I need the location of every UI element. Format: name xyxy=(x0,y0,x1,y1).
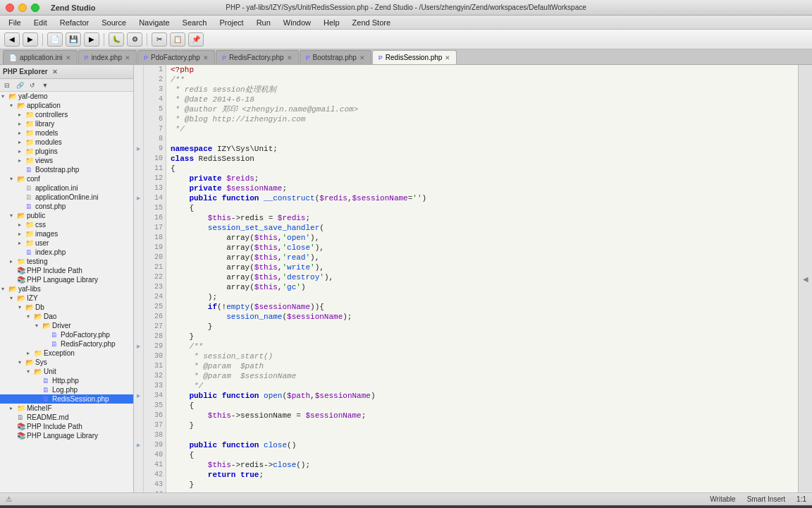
code-line-41[interactable]: $this->redis->close(); xyxy=(166,460,798,470)
tree-item-6[interactable]: ▸📁 plugins xyxy=(0,147,133,156)
tree-item-15[interactable]: ▸📁 images xyxy=(0,229,133,238)
tree-item-3[interactable]: ▸📁 library xyxy=(0,119,133,128)
tab-application-ini[interactable]: 📄 application.ini ✕ xyxy=(3,50,78,64)
code-line-38[interactable] xyxy=(166,430,798,440)
menu-dropdown[interactable]: ▼ xyxy=(39,80,51,90)
toolbar-bug[interactable]: ⚙ xyxy=(127,32,142,47)
tree-item-7[interactable]: ▸📁 views xyxy=(0,156,133,165)
code-line-44[interactable] xyxy=(166,490,798,492)
code-line-7[interactable]: */ xyxy=(166,124,798,134)
tree-item-26[interactable]: 🗎 PdoFactory.php xyxy=(0,330,133,339)
tree-item-4[interactable]: ▸📁 models xyxy=(0,128,133,138)
tree-item-0[interactable]: ▾📂 yaf-demo xyxy=(0,92,133,101)
tree-item-11[interactable]: 🗎 applicationOnline.ini xyxy=(0,193,133,202)
code-line-14[interactable]: public function __construct($redis,$sess… xyxy=(166,193,798,203)
tree-item-12[interactable]: 🗎 const.php xyxy=(0,202,133,211)
menu-project[interactable]: Project xyxy=(214,18,249,28)
tree-item-24[interactable]: ▾📂 Dao xyxy=(0,312,133,321)
toolbar-new[interactable]: 📄 xyxy=(47,32,63,47)
code-line-29[interactable]: /** xyxy=(166,341,798,351)
code-line-43[interactable]: } xyxy=(166,480,798,490)
tree-item-23[interactable]: ▾📂 Db xyxy=(0,303,133,312)
toolbar-paste[interactable]: 📌 xyxy=(188,32,204,47)
code-line-19[interactable]: array($this,'close'), xyxy=(166,243,798,253)
tree-item-16[interactable]: ▸📁 user xyxy=(0,238,133,248)
tree-item-35[interactable]: 🗎 README.md xyxy=(0,413,133,422)
menu-window[interactable]: Window xyxy=(278,18,316,28)
tree-item-19[interactable]: 📚 PHP Include Path xyxy=(0,266,133,275)
maximize-button[interactable] xyxy=(31,4,39,12)
code-line-36[interactable]: $this->sessionName = $sessionName; xyxy=(166,411,798,421)
code-line-3[interactable]: * redis session处理机制 xyxy=(166,85,798,95)
tree-item-37[interactable]: 📚 PHP Language Library xyxy=(0,431,133,440)
tree-item-8[interactable]: 🗎 Bootstrap.php xyxy=(0,165,133,174)
menu-edit[interactable]: Edit xyxy=(28,18,53,28)
code-line-22[interactable]: array($this,'destroy'), xyxy=(166,272,798,282)
right-panel-toggle[interactable]: ◀ xyxy=(798,65,812,492)
tree-item-5[interactable]: ▸📁 modules xyxy=(0,138,133,147)
toolbar-debug[interactable]: 🐛 xyxy=(109,32,124,47)
code-line-23[interactable]: array($this,'gc') xyxy=(166,282,798,292)
tree-item-30[interactable]: ▾📂 Unit xyxy=(0,367,133,376)
menu-navigate[interactable]: Navigate xyxy=(133,18,175,28)
code-line-20[interactable]: array($this,'read'), xyxy=(166,253,798,262)
tab-close-bootstrap[interactable]: ✕ xyxy=(359,54,365,61)
tree-item-32[interactable]: 🗎 Log.php xyxy=(0,385,133,394)
tree-item-10[interactable]: 🗎 application.ini xyxy=(0,183,133,193)
tree-item-21[interactable]: ▾📂 yaf-libs xyxy=(0,284,133,294)
code-line-2[interactable]: /** xyxy=(166,75,798,85)
tab-close-redis-session[interactable]: ✕ xyxy=(445,54,450,61)
close-button[interactable] xyxy=(6,4,14,12)
menu-zend-store[interactable]: Zend Store xyxy=(347,18,396,28)
tab-close-pdo[interactable]: ✕ xyxy=(203,54,209,61)
code-line-4[interactable]: * @date 2014-6-18 xyxy=(166,95,798,104)
code-line-21[interactable]: array($this,'write'), xyxy=(166,262,798,272)
tab-redis-factory[interactable]: P RedisFactory.php ✕ xyxy=(216,50,299,64)
toolbar-run[interactable]: ▶ xyxy=(84,32,99,47)
code-line-10[interactable]: class RedisSession xyxy=(166,154,798,164)
code-line-8[interactable] xyxy=(166,134,798,144)
code-line-6[interactable]: * @blog http://izhengyin.com xyxy=(166,114,798,124)
tree-item-9[interactable]: ▾📂 conf xyxy=(0,174,133,183)
code-line-39[interactable]: public function close() xyxy=(166,440,798,450)
code-line-28[interactable]: } xyxy=(166,332,798,341)
tree-item-2[interactable]: ▸📁 controllers xyxy=(0,110,133,119)
tree-item-14[interactable]: ▸📁 css xyxy=(0,220,133,229)
code-line-33[interactable]: */ xyxy=(166,381,798,391)
link-editor[interactable]: 🔗 xyxy=(14,80,25,90)
code-content[interactable]: <?php/** * redis session处理机制 * @date 201… xyxy=(166,65,798,492)
menu-file[interactable]: File xyxy=(3,18,27,28)
toolbar-back[interactable]: ◀ xyxy=(4,32,20,47)
tree-item-13[interactable]: ▾📂 public xyxy=(0,211,133,220)
code-line-27[interactable]: } xyxy=(166,322,798,332)
code-line-37[interactable]: } xyxy=(166,421,798,430)
tree-item-33[interactable]: 🗎 RedisSession.php xyxy=(0,394,133,404)
toolbar-cut[interactable]: ✂ xyxy=(152,32,167,47)
code-line-15[interactable]: { xyxy=(166,203,798,213)
menu-run[interactable]: Run xyxy=(251,18,276,28)
code-line-18[interactable]: array($this,'open'), xyxy=(166,233,798,243)
code-line-11[interactable]: { xyxy=(166,164,798,174)
tab-bootstrap[interactable]: P Bootstrap.php ✕ xyxy=(300,50,371,64)
tree-item-34[interactable]: ▸📁 MicheIF xyxy=(0,404,133,413)
code-line-5[interactable]: * @author 郑印 <zhengyin.name@gmail.com> xyxy=(166,104,798,114)
code-line-9[interactable]: namespace IZY\Sys\Unit; xyxy=(166,144,798,154)
code-scroll[interactable]: ▶▶▶▶▶ 1234567891011121314151617181920212… xyxy=(134,65,798,492)
collapse-all[interactable]: ⊟ xyxy=(1,80,13,90)
menu-source[interactable]: Source xyxy=(96,18,132,28)
tree-item-29[interactable]: ▾📂 Sys xyxy=(0,358,133,367)
tab-close-ini[interactable]: ✕ xyxy=(66,54,71,61)
code-line-24[interactable]: ); xyxy=(166,292,798,302)
code-line-32[interactable]: * @param $sessionName xyxy=(166,371,798,381)
code-line-1[interactable]: <?php xyxy=(166,65,798,75)
code-line-13[interactable]: private $sessionName; xyxy=(166,183,798,193)
toolbar-forward[interactable]: ▶ xyxy=(23,32,38,47)
tree-item-27[interactable]: 🗎 RedisFactory.php xyxy=(0,339,133,349)
editor-area[interactable]: ▶▶▶▶▶ 1234567891011121314151617181920212… xyxy=(134,65,798,492)
code-line-16[interactable]: $this->redis = $redis; xyxy=(166,213,798,223)
tab-index-php[interactable]: P index.php ✕ xyxy=(78,50,137,64)
code-line-25[interactable]: if(!empty($sessionName)){ xyxy=(166,302,798,312)
tree-item-20[interactable]: 📚 PHP Language Library xyxy=(0,275,133,284)
code-line-30[interactable]: * session_start() xyxy=(166,351,798,361)
code-line-17[interactable]: session_set_save_handler( xyxy=(166,223,798,233)
